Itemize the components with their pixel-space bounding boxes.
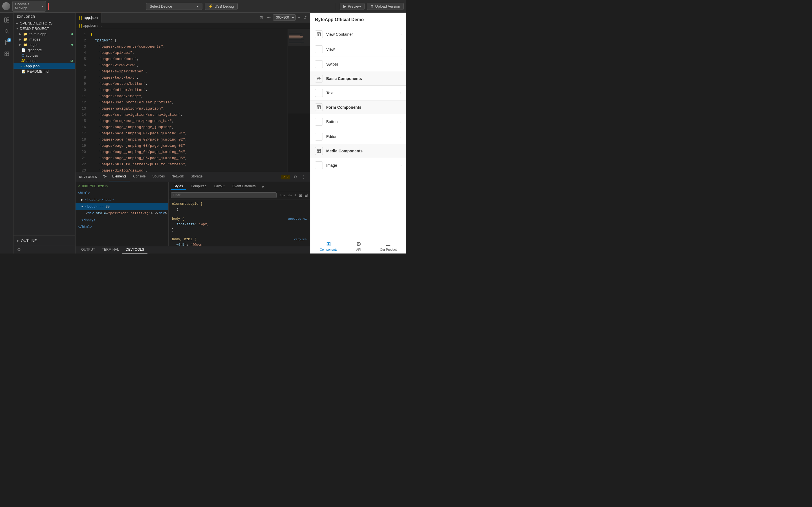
- code-content[interactable]: { "pages": [ "pages/components/component…: [88, 29, 288, 172]
- output-tab-terminal[interactable]: TERMINAL: [98, 246, 122, 253]
- rp-bottom-our-product[interactable]: ☰ Our Product: [375, 239, 401, 252]
- settings-button[interactable]: ⚙: [292, 173, 298, 180]
- chevron-right-icon: ›: [400, 62, 402, 66]
- sidebar-icon-search[interactable]: [2, 26, 12, 36]
- resolution-dropdown-button[interactable]: ▾: [297, 14, 301, 21]
- doctype-text: <!DOCTYPE html>: [78, 184, 108, 188]
- hov-button[interactable]: :hov: [279, 193, 285, 197]
- styles-toolbar: Styles Computed Layout Event Listeners »: [168, 182, 310, 191]
- elem-head[interactable]: ▶ <head>…</head>: [75, 196, 168, 203]
- usb-debug-button[interactable]: ⚡ USB Debug: [205, 3, 238, 10]
- code-editor[interactable]: 12345 678910 1112131415 1617181920 21222…: [75, 29, 310, 172]
- rp-item-editor[interactable]: Editor ›: [310, 129, 406, 144]
- refresh-button[interactable]: ↺: [302, 14, 308, 21]
- code-line: "pages/user_profile/user_profile",: [88, 100, 288, 106]
- tree-item-appjson[interactable]: { } app.json: [13, 63, 75, 69]
- chevron-icon: ▶: [17, 239, 20, 242]
- rp-item-label: Editor: [326, 134, 400, 139]
- editor-icon: [315, 133, 323, 140]
- devtools-body: <!DOCTYPE html> <html> ▶ <head>…</head> …: [75, 182, 310, 246]
- elem-body[interactable]: ▼ <body> == $0: [75, 203, 168, 210]
- output-tab-output[interactable]: OUTPUT: [78, 246, 98, 253]
- sidebar-icon-source-control[interactable]: 4: [2, 38, 12, 48]
- chevron-right-icon: ›: [400, 120, 402, 124]
- more-tabs-button[interactable]: »: [262, 184, 264, 189]
- tab-sources[interactable]: Sources: [149, 173, 168, 181]
- style-close-button[interactable]: ⊟: [305, 193, 308, 198]
- styles-tab-computed[interactable]: Computed: [188, 183, 209, 190]
- rp-item-image[interactable]: Image ›: [310, 158, 406, 173]
- chevron-right-icon: ›: [400, 135, 402, 138]
- styles-filter-input[interactable]: [171, 192, 276, 198]
- rp-bottom-components[interactable]: ⊞ Components: [315, 239, 342, 252]
- elem-body-close[interactable]: </body>: [75, 217, 168, 224]
- rp-bottom-api[interactable]: ⚙ API: [352, 239, 366, 252]
- tab-label: app.json: [84, 15, 98, 20]
- breadcrumb-separator: ›: [97, 24, 98, 27]
- tab-network[interactable]: Network: [168, 173, 187, 181]
- svg-rect-1: [7, 18, 9, 20]
- code-line: "pages/pull_to_refresh/pull_to_refresh",: [88, 161, 288, 168]
- tab-appjson[interactable]: { } app.json: [75, 13, 101, 22]
- elem-html[interactable]: <html>: [75, 190, 168, 196]
- upload-button[interactable]: ⬆ Upload Version: [367, 3, 404, 10]
- app-chooser-text: Choose a MiniApp: [15, 2, 40, 10]
- rp-item-button[interactable]: Button ›: [310, 114, 406, 129]
- elem-doctype: <!DOCTYPE html>: [75, 183, 168, 190]
- rp-item-view-container[interactable]: View Container ›: [310, 27, 406, 42]
- tree-item-label: .ts-miniapp: [29, 32, 47, 36]
- cls-button[interactable]: .cls: [287, 193, 292, 197]
- file-explorer: EXPLORER ▶ OPENED EDITORS ▼ DEMO-PROJECT…: [13, 13, 75, 253]
- elem-div[interactable]: <div style="position: relative;">…</div>: [75, 210, 168, 217]
- tree-item-pages[interactable]: ▶ 📁 pages: [13, 42, 75, 47]
- code-line: "pages/editor/editor",: [88, 87, 288, 93]
- preview-button[interactable]: ▶ Preview: [340, 3, 364, 10]
- styles-tab-layout[interactable]: Layout: [211, 183, 227, 190]
- tree-item-gitignore[interactable]: 📄 .gitignore: [13, 47, 75, 53]
- tab-elements[interactable]: Elements: [109, 173, 130, 181]
- code-line: "pages/api/api",: [88, 50, 288, 56]
- tree-item-label: app.js: [27, 59, 36, 63]
- sidebar-icons: 4: [0, 13, 13, 253]
- basic-components-icon: [315, 75, 323, 82]
- rp-item-swiper[interactable]: Swiper ›: [310, 57, 406, 72]
- elem-html-close[interactable]: </html>: [75, 224, 168, 230]
- device-select[interactable]: Select Device ▾: [146, 3, 202, 10]
- outline-header[interactable]: ▶ OUTLINE: [17, 238, 72, 243]
- styles-tab-event-listeners[interactable]: Event Listeners: [230, 183, 259, 190]
- more-options-button[interactable]: •••: [265, 14, 272, 21]
- tree-item-ts-miniapp[interactable]: ▶ 📁 .ts-miniapp: [13, 31, 75, 37]
- code-line: "pages/progress_bar/progress_bar",: [88, 118, 288, 124]
- js-icon: JS: [21, 59, 26, 63]
- add-style-button[interactable]: +: [294, 193, 297, 198]
- tree-item-readme[interactable]: 📝 README.md: [13, 69, 75, 74]
- code-line: "pages/page_jumping_02/page_jumping_02",: [88, 136, 288, 143]
- opened-editors-section[interactable]: ▶ OPENED EDITORS: [13, 20, 75, 26]
- output-tab-devtools[interactable]: DEVTOOLS: [122, 246, 147, 253]
- tree-item-label: app.json: [26, 64, 40, 68]
- folder-icon: 📁: [23, 32, 28, 36]
- style-view-button[interactable]: ⊞: [299, 193, 302, 198]
- rp-item-text[interactable]: Text ›: [310, 86, 406, 101]
- tree-item-images[interactable]: ▶ 📁 images: [13, 37, 75, 42]
- sidebar-icon-extensions[interactable]: [2, 49, 12, 59]
- svg-point-3: [5, 30, 8, 33]
- tab-console[interactable]: Console: [130, 173, 149, 181]
- app-chooser[interactable]: Choose a MiniApp ▾: [12, 1, 46, 11]
- resolution-select[interactable]: 360x800: [273, 14, 296, 20]
- settings-icon[interactable]: ⚙: [17, 247, 21, 252]
- tree-item-appcss[interactable]: ⬡ app.css: [13, 53, 75, 58]
- svg-point-6: [5, 43, 6, 45]
- rp-item-view[interactable]: View ›: [310, 42, 406, 57]
- tree-item-label: README.md: [27, 69, 49, 73]
- sidebar-icon-explorer[interactable]: [2, 15, 12, 25]
- right-panel-bottom: ⊞ Components ⚙ API ☰ Our Product: [310, 237, 406, 253]
- more-devtools-button[interactable]: ⋮: [301, 173, 307, 180]
- styles-tab-styles[interactable]: Styles: [171, 183, 186, 190]
- tab-storage[interactable]: Storage: [187, 173, 206, 181]
- devtools-selector-tool[interactable]: [100, 173, 109, 181]
- tree-item-appjs[interactable]: JS app.js M: [13, 58, 75, 63]
- project-root[interactable]: ▼ DEMO-PROJECT: [13, 26, 75, 31]
- split-editor-button[interactable]: ⊡: [259, 14, 264, 21]
- modified-dot: [71, 33, 73, 35]
